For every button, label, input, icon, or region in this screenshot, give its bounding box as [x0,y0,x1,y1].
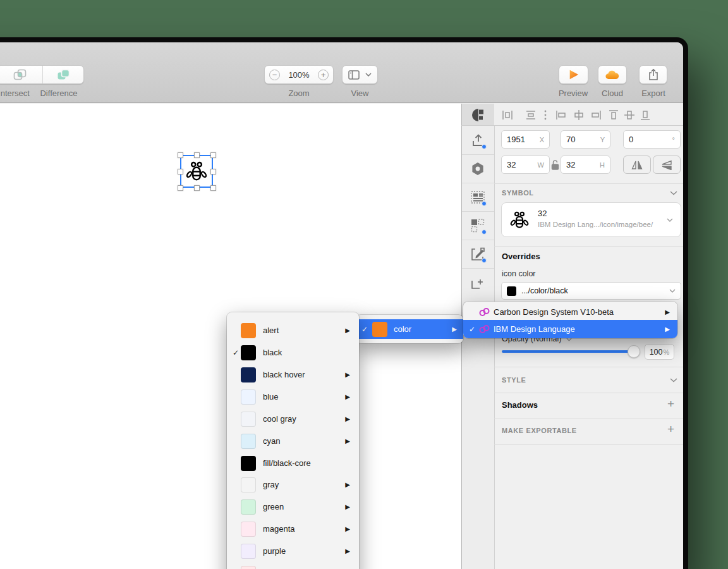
submenu-arrow-icon: ▶ [345,525,350,532]
icon-color-label: icon color [502,269,536,278]
color-swatch [241,566,256,569]
opacity-value-field[interactable]: 100 % [645,344,674,360]
add-shadow-button[interactable]: + [667,397,674,411]
menu-item-purple[interactable]: purple ▶ [227,540,359,562]
selection-handle[interactable] [210,185,216,191]
align-left-icon[interactable] [555,109,567,121]
menu-item-cool-gray[interactable]: cool gray ▶ [227,408,359,430]
align-right-icon[interactable] [590,109,602,121]
preview-label: Preview [552,89,594,99]
color-swatch [241,434,256,449]
distribute-horizontal-icon[interactable] [502,109,513,121]
icon-color-dropdown[interactable]: .../color/black [501,282,681,300]
symbol-section-header: SYMBOL [502,189,534,197]
hexagon-nut-icon [470,161,485,176]
selection-handle[interactable] [210,169,216,174]
menu-item-ibm-design-language[interactable]: ✓ IBM Design Language ▶ [463,320,677,338]
zoom-in-button[interactable]: + [318,70,329,80]
submenu-arrow-icon: ▶ [345,371,350,378]
menu-item-magenta[interactable]: magenta ▶ [227,518,359,540]
panel-layout-icon [348,70,360,80]
selection-handle[interactable] [178,185,183,191]
align-center-vertical-icon[interactable] [624,109,635,121]
upload-plugin-button[interactable] [470,133,485,148]
intersect-button[interactable] [0,66,42,83]
color-list-menu: alert ▶ ✓ black black hover ▶ blue ▶ coo… [227,312,359,569]
selection-handle[interactable] [178,169,183,174]
submenu-arrow-icon: ▶ [345,393,350,400]
add-export-button[interactable]: + [667,422,674,436]
menu-item-partial[interactable] [227,562,359,569]
zoom-out-button[interactable]: − [269,70,280,80]
distribute-vertical-icon[interactable] [525,109,537,121]
align-bottom-icon[interactable] [640,109,651,121]
flip-vertical-button[interactable] [653,156,681,174]
opacity-slider-track[interactable] [502,350,636,353]
cloud-button[interactable] [598,65,627,84]
difference-button[interactable] [42,66,83,83]
notification-dot [482,144,487,149]
menu-item-alert[interactable]: alert ▶ [227,319,359,341]
icon-color-value: .../color/black [521,286,568,295]
selection-handle[interactable] [178,152,183,158]
menu-item-cyan[interactable]: cyan ▶ [227,430,359,452]
color-swatch [507,286,516,296]
x-position-field[interactable]: 1951 X [501,130,550,149]
menu-item-color-group[interactable]: ✓ color ▶ [356,319,463,339]
add-frame-plugin-button[interactable] [470,275,485,290]
bee-icon [510,211,529,229]
difference-label: Difference [33,89,84,99]
symbol-card[interactable]: 32 IBM Design Lang.../icon/image/bee/ [501,202,681,237]
export-button[interactable] [639,65,667,84]
layout-plugin-button[interactable] [470,190,485,205]
align-top-icon[interactable] [608,109,619,121]
menu-item-blue[interactable]: blue ▶ [227,386,359,408]
color-swatch [241,345,256,360]
chevron-down-icon [669,289,676,293]
menu-item-label: purple [263,546,286,556]
menu-item-gray[interactable]: gray ▶ [227,474,359,496]
color-swatch [241,389,256,405]
menu-item-green[interactable]: green ▶ [227,496,359,518]
checkmark-icon: ✓ [360,325,370,334]
selection-handle[interactable] [210,152,216,158]
y-position-field[interactable]: 70 Y [561,130,610,149]
export-label: Export [636,89,670,99]
width-field[interactable]: 32 W [501,156,550,174]
plugin-tab-active[interactable] [461,104,494,126]
rotation-field[interactable]: 0 ° [623,130,681,149]
menu-item-fill-black-core[interactable]: fill/black-core [227,452,359,474]
align-center-horizontal-icon[interactable] [573,109,585,121]
flip-vertical-icon [661,160,672,170]
flip-horizontal-button[interactable] [623,156,651,174]
x-value: 1951 [507,135,525,144]
selection-handle[interactable] [194,185,200,191]
bee-symbol-instance[interactable] [186,161,207,182]
edit-vector-plugin-button[interactable] [470,247,485,262]
width-unit: W [538,161,544,169]
menu-item-black[interactable]: ✓ black [227,341,359,364]
submenu-arrow-icon: ▶ [345,481,350,488]
alignment-toolbar [494,104,683,126]
opacity-slider-thumb[interactable] [628,345,640,358]
height-field[interactable]: 32 H [561,156,610,174]
selection-handle[interactable] [194,152,200,158]
settings-plugin-button[interactable] [470,161,485,176]
library-link-icon [478,307,490,317]
rotation-unit: ° [672,136,675,144]
menu-item-carbon-design-system[interactable]: Carbon Design System V10-beta ▶ [463,303,677,320]
view-group-label: View [342,89,378,99]
style-section-header: STYLE [502,376,526,384]
chevron-down-icon[interactable] [670,378,677,382]
frame-plus-icon [470,275,485,290]
menu-item-label: cool gray [263,414,296,424]
preview-button[interactable] [559,65,588,84]
lock-unlocked-icon[interactable] [551,159,559,170]
more-options-icon[interactable] [542,109,549,121]
rotation-value: 0 [629,135,633,144]
select-similar-plugin-button[interactable] [470,218,485,233]
view-button[interactable] [342,65,378,84]
chevron-down-icon[interactable] [670,191,677,195]
menu-item-label: cyan [263,436,280,446]
menu-item-black-hover[interactable]: black hover ▶ [227,364,359,386]
